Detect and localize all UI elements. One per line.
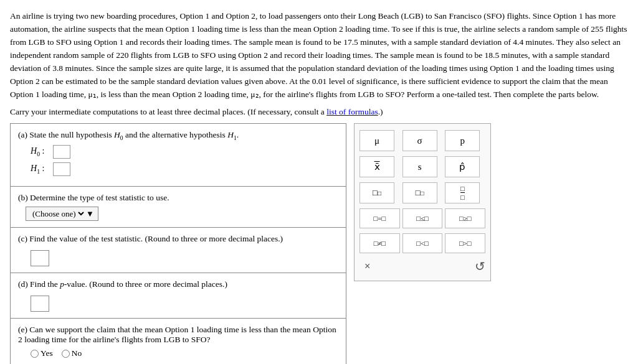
h1-row: H1 : xyxy=(31,162,338,176)
geq-button[interactable]: □≥□ xyxy=(445,208,485,228)
undo-button[interactable]: ↺ xyxy=(475,259,485,274)
relation-row-2: □≠□ □<□ □>□ xyxy=(359,233,485,253)
no-label[interactable]: No xyxy=(62,348,82,358)
gt-button[interactable]: □>□ xyxy=(445,233,485,253)
problem-text: An airline is trying two new boarding pr… xyxy=(10,10,628,101)
p-value-input[interactable] xyxy=(31,296,49,312)
section-b-label: (b) Determine the type of test statistic… xyxy=(18,193,338,203)
symbol-row-3: □□ □□ □ □ xyxy=(359,182,485,203)
section-d-label: (d) Find the p-value. (Round to three or… xyxy=(18,279,338,289)
leq-button[interactable]: □≤□ xyxy=(402,208,443,228)
section-a: (a) State the null hypothesis H0 and the… xyxy=(11,124,346,187)
superscript-button[interactable]: □□ xyxy=(359,182,394,203)
no-radio[interactable] xyxy=(62,350,70,358)
carry-text-part1: Carry your intermediate computations to … xyxy=(10,107,326,116)
symbol-row-1: μ σ p xyxy=(359,130,485,151)
fraction-button[interactable]: □ □ xyxy=(445,182,480,203)
symbol-row-2: x̄ s p̂ xyxy=(359,156,485,177)
h0-label: H0 : xyxy=(31,146,53,157)
left-panel: (a) State the null hypothesis H0 and the… xyxy=(10,123,346,364)
formulas-link[interactable]: list of formulas xyxy=(326,107,378,116)
h1-label: H1 : xyxy=(31,164,53,175)
subscript-button[interactable]: □□ xyxy=(402,182,437,203)
section-a-label: (a) State the null hypothesis H0 and the… xyxy=(18,130,338,141)
section-e-label: (e) Can we support the claim that the me… xyxy=(18,325,338,345)
section-e: (e) Can we support the claim that the me… xyxy=(11,319,346,364)
sigma-button[interactable]: σ xyxy=(402,130,437,151)
p-button[interactable]: p xyxy=(445,130,480,151)
no-text: No xyxy=(72,348,82,358)
problem-description: An airline is trying two new boarding pr… xyxy=(10,11,627,99)
h0-row: H0 : xyxy=(31,145,338,159)
yes-radio[interactable] xyxy=(31,350,39,358)
s-button[interactable]: s xyxy=(402,156,437,177)
bottom-buttons: × ↺ xyxy=(359,258,485,274)
section-d: (d) Find the p-value. (Round to three or… xyxy=(11,273,346,319)
xbar-button[interactable]: x̄ xyxy=(359,156,394,177)
h0-input[interactable] xyxy=(53,145,70,159)
h1-input[interactable] xyxy=(53,162,70,176)
yes-no-row: Yes No xyxy=(31,348,338,358)
neq-button[interactable]: □≠□ xyxy=(359,233,400,253)
equals-button[interactable]: □=□ xyxy=(359,208,400,228)
test-statistic-input[interactable] xyxy=(31,250,49,266)
yes-text: Yes xyxy=(40,348,53,358)
carry-text-part2: .) xyxy=(378,107,383,116)
section-b: (b) Determine the type of test statistic… xyxy=(11,187,346,228)
lt-button[interactable]: □<□ xyxy=(402,233,443,253)
symbol-panel: μ σ p x̄ s p̂ □□ □□ □ □ □=□ □≤□ □≥□ xyxy=(354,123,491,281)
section-c-label: (c) Find the value of the test statistic… xyxy=(18,234,338,244)
close-button[interactable]: × xyxy=(359,258,375,274)
mu-button[interactable]: μ xyxy=(359,130,394,151)
relation-row-1: □=□ □≤□ □≥□ xyxy=(359,208,485,228)
choose-dropdown[interactable]: (Choose one) z t Chi-square F ▼ xyxy=(26,207,98,221)
phat-button[interactable]: p̂ xyxy=(445,156,480,177)
test-statistic-select[interactable]: (Choose one) z t Chi-square F xyxy=(30,208,86,219)
section-c: (c) Find the value of the test statistic… xyxy=(11,228,346,273)
main-layout: (a) State the null hypothesis H0 and the… xyxy=(10,123,628,364)
yes-label[interactable]: Yes xyxy=(31,348,53,358)
carry-text-row: Carry your intermediate computations to … xyxy=(10,107,628,117)
